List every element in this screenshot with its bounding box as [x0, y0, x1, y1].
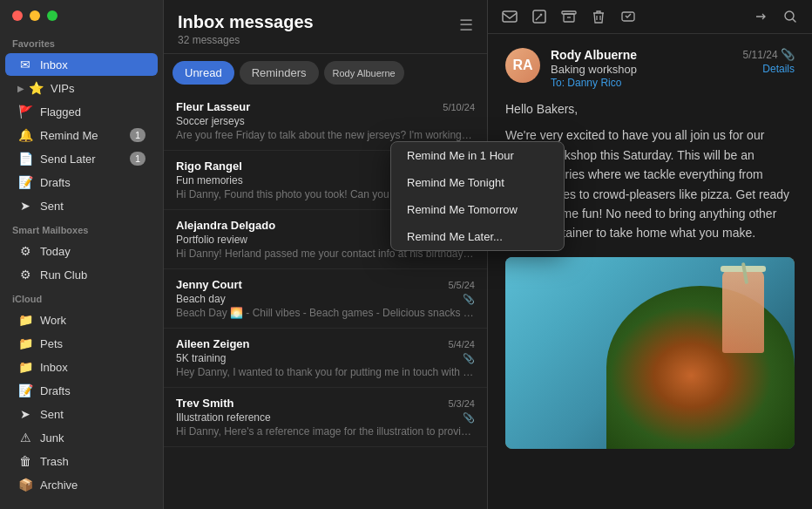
middle-pane: Inbox messages 32 messages ☰ Unread Remi… [164, 0, 488, 509]
delete-toolbar-button[interactable] [591, 9, 606, 24]
sidebar-item-flagged[interactable]: 🚩 Flagged [5, 100, 158, 123]
message-date: 5/4/24 [448, 339, 475, 350]
junk-toolbar-button[interactable] [620, 9, 636, 24]
message-sender: Fleur Lasseur [176, 100, 250, 113]
trash-icon: 🗑 [17, 453, 33, 469]
message-subject-text: Portfolio review [176, 234, 247, 246]
sidebar-item-remind-me[interactable]: 🔔 Remind Me 1 [5, 124, 158, 146]
sidebar-item-junk[interactable]: ⚠ Junk [5, 426, 158, 449]
folder-drafts-icon: 📝 [17, 383, 33, 398]
today-icon: ⚙ [17, 243, 33, 259]
archive-toolbar-button[interactable] [561, 9, 577, 24]
sidebar-label: VIPs [51, 82, 74, 95]
run-club-icon: ⚙ [17, 267, 33, 282]
inbox-title: Inbox messages [178, 12, 314, 32]
message-date: 5/5/24 [448, 280, 475, 290]
email-image [505, 257, 795, 449]
inbox-icon: ✉ [17, 57, 33, 72]
icloud-section-label: iCloud [0, 287, 163, 308]
fullscreen-button[interactable] [47, 10, 58, 21]
message-preview: Hey Danny, I wanted to thank you for put… [176, 366, 475, 378]
drafts-icon: 📝 [17, 174, 33, 190]
message-sender: Trev Smith [176, 397, 233, 410]
sidebar-item-work[interactable]: 📁 Work [5, 309, 158, 331]
avatar: RA [505, 48, 540, 83]
remind-option-tonight[interactable]: Remind Me Tonight [391, 169, 564, 196]
sidebar-item-pets[interactable]: 📁 Pets [5, 332, 158, 355]
sidebar-item-sent[interactable]: ➤ Sent [5, 194, 158, 217]
favorites-section-label: Favorites [0, 31, 163, 52]
message-item-aileen[interactable]: Aileen Zeigen 5/4/24 5K training 📎 Hey D… [164, 329, 487, 388]
search-button[interactable] [782, 9, 798, 24]
message-subject-text: Soccer jerseys [176, 115, 245, 127]
more-actions-button[interactable] [753, 9, 768, 24]
remind-dropdown: Remind Me in 1 Hour Remind Me Tonight Re… [390, 141, 565, 251]
flag-icon: 🚩 [17, 104, 33, 119]
sidebar-label: Drafts [40, 176, 71, 189]
message-preview: Are you free Friday to talk about the ne… [176, 129, 475, 141]
message-subject-text: Illustration reference [176, 411, 271, 424]
filter-icon[interactable]: ☰ [459, 12, 473, 35]
message-item-jenny[interactable]: Jenny Court 5/5/24 Beach day 📎 Beach Day… [164, 269, 487, 329]
message-sender: Aileen Zeigen [176, 337, 250, 350]
sidebar-label: Remind Me [40, 129, 98, 142]
sidebar-item-drafts[interactable]: 📝 Drafts [5, 171, 158, 193]
sidebar-label: Today [40, 245, 71, 258]
sidebar-item-send-later[interactable]: 📄 Send Later 1 [5, 147, 158, 170]
sidebar-label: Archive [40, 478, 78, 492]
svg-point-5 [785, 11, 794, 20]
remind-option-tomorrow[interactable]: Remind Me Tomorrow [391, 196, 564, 223]
sidebar-label: Trash [40, 455, 69, 468]
remind-me-badge: 1 [130, 128, 145, 142]
email-date: 5/11/24 [743, 49, 778, 61]
attachment-icon: 📎 [463, 353, 475, 364]
attachment-icon: 📎 [463, 412, 475, 424]
sidebar-item-icloud-sent[interactable]: ➤ Sent [5, 403, 158, 425]
message-sender: Rigo Rangel [176, 159, 242, 173]
email-attachment-icon: 📎 [781, 48, 795, 61]
sidebar-item-run-club[interactable]: ⚙ Run Club [5, 263, 158, 286]
sidebar-item-trash[interactable]: 🗑 Trash [5, 450, 158, 472]
middle-header: Inbox messages 32 messages ☰ [164, 0, 487, 54]
filter-unread[interactable]: Unread [173, 61, 234, 85]
compose-button[interactable] [531, 9, 547, 24]
close-button[interactable] [12, 10, 23, 21]
minimize-button[interactable] [30, 10, 40, 21]
message-sender: Alejandra Delgado [176, 219, 275, 232]
sidebar-item-today[interactable]: ⚙ Today [5, 240, 158, 262]
sidebar-label: Run Club [40, 268, 87, 282]
sidebar-label: Inbox [40, 361, 68, 374]
sidebar-label: Drafts [40, 384, 71, 397]
sidebar-label: Work [40, 314, 66, 327]
email-content: RA Rody Albuerne Baking workshop To: Dan… [488, 34, 812, 509]
sidebar-label: Inbox [40, 58, 68, 71]
details-link[interactable]: Details [743, 63, 795, 75]
right-pane: RA Rody Albuerne Baking workshop To: Dan… [488, 0, 812, 509]
archive-icon: 📦 [17, 477, 33, 492]
sidebar-item-vips[interactable]: ▶ ⭐ VIPs [5, 77, 158, 99]
message-preview: Hi Danny, Here's a reference image for t… [176, 425, 475, 438]
filter-rody[interactable]: Rody Albuerne [324, 61, 404, 85]
message-preview: Beach Day 🌅 - Chill vibes - Beach games … [176, 307, 475, 319]
sidebar: Favorites ✉ Inbox ▶ ⭐ VIPs 🚩 Flagged 🔔 R… [0, 0, 164, 509]
sidebar-item-icloud-drafts[interactable]: 📝 Drafts [5, 379, 158, 402]
message-item-trev[interactable]: Trev Smith 5/3/24 Illustration reference… [164, 388, 487, 447]
email-header: RA Rody Albuerne Baking workshop To: Dan… [505, 48, 795, 89]
email-from: Rody Albuerne [551, 48, 733, 62]
sidebar-item-archive[interactable]: 📦 Archive [5, 473, 158, 496]
sidebar-item-icloud-inbox[interactable]: 📁 Inbox [5, 356, 158, 378]
new-message-button[interactable] [502, 9, 518, 24]
sidebar-item-inbox-favorites[interactable]: ✉ Inbox [5, 53, 158, 76]
sidebar-label: Pets [40, 337, 63, 350]
to-address: Danny Rico [567, 77, 621, 89]
filter-reminders[interactable]: Reminders [240, 61, 319, 85]
remind-option-1-hour[interactable]: Remind Me in 1 Hour [391, 142, 564, 169]
to-label: To: [551, 77, 565, 89]
remind-option-later[interactable]: Remind Me Later... [391, 223, 564, 250]
message-count: 32 messages [178, 34, 314, 46]
traffic-lights [0, 10, 163, 31]
sidebar-label: Junk [40, 431, 64, 445]
message-date: 5/3/24 [448, 398, 475, 409]
message-subject-text: 5K training [176, 352, 226, 364]
email-to: To: Danny Rico [551, 77, 733, 89]
